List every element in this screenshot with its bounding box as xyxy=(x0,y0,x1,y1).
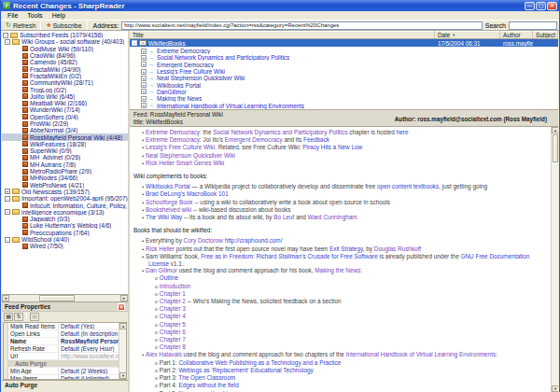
content-link[interactable]: Piracy Hits a New Low xyxy=(302,144,362,150)
content-link[interactable]: Douglas Rushkoff xyxy=(374,245,421,252)
headline-child-item[interactable]: +→Extreme Democracy xyxy=(130,48,558,54)
property-value[interactable]: Default (Every Hour) xyxy=(59,345,119,352)
content-link[interactable]: Extreme Democracy xyxy=(146,129,200,135)
headline-child-item[interactable]: +→Wikibooks Portal xyxy=(130,81,558,88)
headline-child-item[interactable]: +→Social Network Dynamics and Participat… xyxy=(130,54,558,61)
content-link[interactable]: here xyxy=(397,129,409,135)
feed-tree-item[interactable]: Wired (7/50) xyxy=(2,243,128,249)
scroll-right-icon[interactable]: ► xyxy=(120,295,128,301)
content-link[interactable]: Extreme Democracy xyxy=(146,136,200,143)
headline-child-item[interactable]: +→Emergent Democracy xyxy=(130,62,558,68)
expand-toggle-icon[interactable]: + xyxy=(5,189,10,194)
selected-headline-row[interactable]: - ✉ WikifiedBooks 17/5/2004 06:31 ross.m… xyxy=(130,39,558,47)
content-link[interactable]: Weblogs as 'Replacement' Educational Tec… xyxy=(178,367,313,373)
content-link[interactable]: Exit Strategy xyxy=(329,245,363,252)
property-value[interactable]: Default (In description pane) xyxy=(59,330,119,337)
scroll-down-icon[interactable]: ▼ xyxy=(552,385,558,392)
content-link[interactable]: Ward Cunningham xyxy=(308,214,357,220)
feed-tree-item[interactable]: OpenSofters (0/4) xyxy=(2,114,128,120)
menu-item-help[interactable]: Help xyxy=(48,11,70,20)
feed-tree-item[interactable]: TrogLog (0/2) xyxy=(2,86,128,92)
menu-item-tools[interactable]: Tools xyxy=(22,11,47,20)
feed-tree-item[interactable]: -WildSchool (4/40) xyxy=(2,236,128,243)
column-header-subject[interactable]: Subject xyxy=(533,31,558,38)
feed-tree-item[interactable]: ProWiki (2/29) xyxy=(2,120,128,127)
property-row[interactable]: Urlhttp://www.socialtext.ne xyxy=(8,353,119,360)
feed-tree-item[interactable]: Jagwatch (0/3) xyxy=(2,216,128,222)
expand-toggle-icon[interactable]: + xyxy=(141,96,147,102)
expand-toggle-icon[interactable]: - xyxy=(5,209,10,215)
headline-child-item[interactable]: +→DanGillmor xyxy=(130,89,558,95)
content-link[interactable]: Chapter 1 xyxy=(160,290,186,297)
expand-toggle-icon[interactable]: + xyxy=(141,55,147,61)
expand-toggle-icon[interactable]: + xyxy=(141,69,147,75)
feed-tree-item[interactable]: Luke Hutteman's Weblog (4/6) xyxy=(2,222,128,229)
refresh-button[interactable]: ↻ Refresh xyxy=(3,21,38,30)
feed-tree-item[interactable]: -intelligence economique (3/13) xyxy=(2,209,128,216)
feed-tree-item[interactable]: +Old Newscasts (139/157) xyxy=(2,189,128,195)
minimize-button-icon[interactable]: ─ xyxy=(525,2,535,10)
feed-tree-item[interactable]: Preoccupations (7/64) xyxy=(2,230,128,236)
content-link[interactable]: Edges without the field xyxy=(178,382,238,388)
content-link[interactable]: Neal Stephenson Quicksilver Wiki xyxy=(146,152,235,159)
title-bar[interactable]: ♯ Recent Changes - SharpReader ─ ▢ ✕ xyxy=(1,0,559,11)
feed-tree-item[interactable]: RossMayfield Personal Wiki (4/48) xyxy=(2,133,128,140)
scroll-down-icon[interactable]: ▼ xyxy=(119,372,127,379)
column-header-author[interactable]: Author xyxy=(500,31,533,38)
content-link[interactable]: Schoolforge Book xyxy=(146,199,192,205)
content-link[interactable]: Chapter 8 xyxy=(160,343,186,350)
expand-toggle-icon[interactable]: + xyxy=(141,62,147,67)
feed-tree-item[interactable]: OddMuse Wiki (59/110) xyxy=(2,46,128,52)
feed-tree-item[interactable]: SuperWiki (0/9) xyxy=(2,147,128,154)
content-link[interactable]: Chapter 7 xyxy=(160,336,186,343)
content-link[interactable]: The Wiki Way xyxy=(146,214,182,220)
expand-toggle-icon[interactable]: - xyxy=(132,40,137,46)
feed-tree-item[interactable]: -Important: openWeb2004-april (95/207) xyxy=(2,195,128,202)
content-link[interactable]: Bookshelved wiki xyxy=(146,206,191,213)
search-input[interactable] xyxy=(509,21,557,30)
scroll-up-icon[interactable]: ▲ xyxy=(119,323,127,329)
scroll-up-icon[interactable]: ▲ xyxy=(552,127,558,133)
content-link[interactable]: Cory Doctorow xyxy=(184,237,223,244)
headline-child-item[interactable]: +→Neal Stephenson Quicksilver Wiki xyxy=(130,75,558,81)
column-header-date[interactable]: Date▼ xyxy=(435,31,500,38)
expand-toggle-icon[interactable]: - xyxy=(3,33,8,38)
feed-tree-item[interactable]: -Wiki Groups - social software (40/403) xyxy=(2,38,128,45)
property-value[interactable]: Default (Yes) xyxy=(59,323,119,329)
feed-tree-item[interactable]: AbbeNormal (3/4) xyxy=(2,127,128,133)
feed-tree-item[interactable]: CommunityWiki (28/71) xyxy=(2,79,128,86)
content-link[interactable]: Chapter 3 xyxy=(160,305,186,312)
column-header-title[interactable]: Title xyxy=(130,31,435,38)
property-value[interactable]: http://www.socialtext.ne xyxy=(59,353,119,359)
expand-toggle-icon[interactable]: - xyxy=(5,39,10,45)
expand-toggle-icon[interactable]: + xyxy=(141,49,147,54)
content-link[interactable]: Free as in Freedom: Richard Stallman's C… xyxy=(201,253,377,259)
expand-toggle-icon[interactable]: - xyxy=(5,196,10,202)
property-row[interactable]: Open LinksDefault (In description pane) xyxy=(8,330,119,338)
alphabetical-sort-icon[interactable]: ⇅ xyxy=(14,313,23,321)
scrollbar-thumb[interactable] xyxy=(39,295,75,301)
property-value[interactable]: RossMayfield Personal W xyxy=(59,338,119,344)
feed-tree-item[interactable]: CraoWiki (84/96) xyxy=(2,52,128,59)
scroll-left-icon[interactable]: ◄ xyxy=(2,295,9,301)
maximize-button-icon[interactable]: ▢ xyxy=(536,2,546,10)
feed-tree-item[interactable]: Meatball Wiki (2/166) xyxy=(2,100,128,106)
property-row[interactable]: NameRossMayfield Personal W xyxy=(8,338,119,345)
content-link[interactable]: Rick Heller xyxy=(146,245,175,252)
content-link[interactable]: The Open Classroom xyxy=(178,374,235,381)
content-link[interactable]: International Handbook of Virtual Learni… xyxy=(346,351,496,357)
content-link[interactable]: Alex Halavais xyxy=(146,351,182,357)
content-link[interactable]: Lessig's Free Culture Wiki xyxy=(146,144,215,150)
feed-tree-item[interactable]: WebProNews (4/21) xyxy=(2,182,128,189)
headline-child-item[interactable]: +→Lessig's Free Culture Wiki xyxy=(130,68,558,75)
content-link[interactable]: Chapter 6 xyxy=(160,329,186,335)
feed-tree-item[interactable]: -Subscribed Feeds (1079/4156) xyxy=(2,32,128,38)
tree-horizontal-scrollbar[interactable]: ◄ ► xyxy=(2,294,128,301)
content-link[interactable]: http://craphound.com/ xyxy=(225,237,283,244)
content-link[interactable]: Chapter 2 xyxy=(160,298,186,304)
categorized-view-icon[interactable]: ▦ xyxy=(4,313,13,321)
content-link[interactable]: Collaborative Web Publishing as a Techno… xyxy=(178,359,341,366)
expand-toggle-icon[interactable]: + xyxy=(141,76,147,81)
panel-close-icon[interactable]: ✕ xyxy=(118,303,125,311)
expand-toggle-icon[interactable]: + xyxy=(141,82,147,88)
